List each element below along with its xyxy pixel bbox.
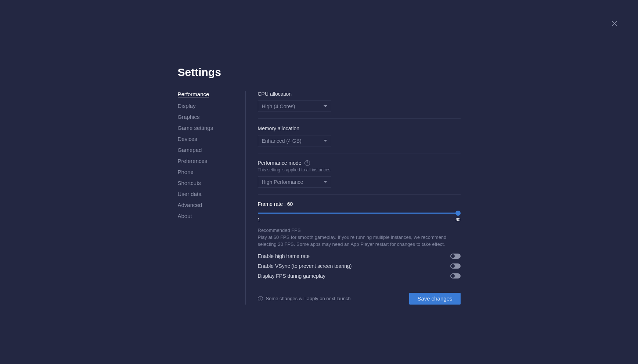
memory-allocation-value: Enhanced (4 GB) bbox=[262, 138, 302, 144]
cpu-allocation-value: High (4 Cores) bbox=[262, 103, 295, 109]
display-fps-label: Display FPS during gameplay bbox=[258, 273, 325, 279]
enable-high-frame-rate-label: Enable high frame rate bbox=[258, 253, 310, 259]
sidebar-item-phone[interactable]: Phone bbox=[178, 169, 238, 175]
frame-rate-min: 1 bbox=[258, 217, 260, 222]
info-icon: i bbox=[258, 296, 263, 301]
toggle-knob bbox=[451, 264, 455, 268]
chevron-down-icon bbox=[324, 140, 327, 142]
cpu-allocation-dropdown[interactable]: High (4 Cores) bbox=[258, 101, 331, 112]
performance-mode-value: High Performance bbox=[262, 179, 303, 185]
toggle-knob bbox=[451, 274, 455, 278]
sidebar-item-shortcuts[interactable]: Shortcuts bbox=[178, 180, 238, 186]
sidebar-item-performance[interactable]: Performance bbox=[178, 91, 209, 98]
recommended-fps-title: Recommended FPS bbox=[258, 228, 461, 233]
slider-thumb[interactable] bbox=[455, 211, 461, 216]
settings-sidebar: PerformanceDisplayGraphicsGame settingsD… bbox=[178, 91, 246, 305]
sidebar-item-user-data[interactable]: User data bbox=[178, 191, 238, 197]
recommended-fps-body: Play at 60 FPS for smooth gameplay. If y… bbox=[258, 234, 461, 248]
sidebar-item-devices[interactable]: Devices bbox=[178, 136, 238, 142]
chevron-down-icon bbox=[324, 181, 327, 183]
chevron-down-icon bbox=[324, 105, 327, 107]
performance-mode-dropdown[interactable]: High Performance bbox=[258, 176, 331, 188]
sidebar-item-display[interactable]: Display bbox=[178, 103, 238, 109]
close-button[interactable] bbox=[610, 19, 619, 28]
enable-vsync-toggle[interactable] bbox=[450, 263, 461, 269]
sidebar-item-advanced[interactable]: Advanced bbox=[178, 202, 238, 208]
toggle-knob bbox=[451, 254, 455, 258]
sidebar-item-preferences[interactable]: Preferences bbox=[178, 158, 238, 164]
page-title: Settings bbox=[178, 66, 461, 79]
performance-mode-label: Performance mode bbox=[258, 160, 302, 166]
settings-main: CPU allocation High (4 Cores) Memory all… bbox=[246, 91, 461, 305]
memory-allocation-label: Memory allocation bbox=[258, 125, 461, 131]
close-icon bbox=[612, 21, 617, 26]
display-fps-toggle[interactable] bbox=[450, 273, 461, 279]
sidebar-item-about[interactable]: About bbox=[178, 213, 238, 219]
enable-vsync-label: Enable VSync (to prevent screen tearing) bbox=[258, 263, 352, 269]
frame-rate-max: 60 bbox=[455, 217, 460, 222]
performance-mode-sublabel: This setting is applied to all instances… bbox=[258, 167, 461, 172]
help-icon[interactable]: ? bbox=[304, 160, 310, 166]
sidebar-item-graphics[interactable]: Graphics bbox=[178, 114, 238, 120]
save-changes-button[interactable]: Save changes bbox=[409, 293, 460, 305]
sidebar-item-game-settings[interactable]: Game settings bbox=[178, 125, 238, 131]
cpu-allocation-label: CPU allocation bbox=[258, 91, 461, 97]
sidebar-item-gamepad[interactable]: Gamepad bbox=[178, 147, 238, 153]
frame-rate-slider[interactable] bbox=[258, 211, 461, 216]
memory-allocation-dropdown[interactable]: Enhanced (4 GB) bbox=[258, 135, 331, 146]
launch-notice: Some changes will apply on next launch bbox=[266, 296, 351, 301]
enable-high-frame-rate-toggle[interactable] bbox=[450, 254, 461, 259]
frame-rate-label: Frame rate : 60 bbox=[258, 201, 461, 207]
slider-track bbox=[258, 213, 461, 214]
